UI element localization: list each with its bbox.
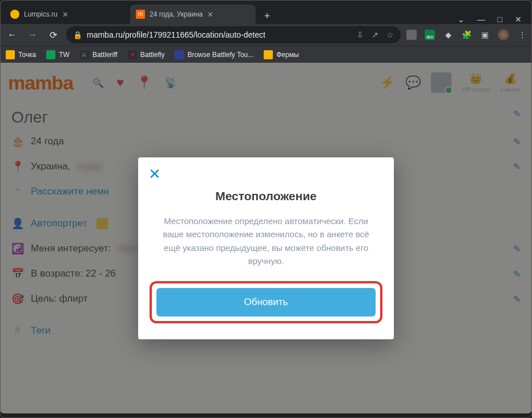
star-icon[interactable]: ☆ xyxy=(386,30,394,39)
profile-avatar-icon[interactable] xyxy=(498,29,509,40)
install-icon[interactable]: ⇩ xyxy=(357,30,364,39)
tab-title: 24 года, Украина xyxy=(150,10,203,18)
window-icon[interactable]: ▣ xyxy=(479,30,490,40)
extension-icon[interactable] xyxy=(406,30,417,40)
browser-tab-bar: Lumpics.ru ✕ m 24 года, Украина ✕ + ⌄ — … xyxy=(0,0,532,24)
bookmark-item[interactable]: TW xyxy=(46,50,70,59)
forward-button[interactable]: → xyxy=(25,30,40,40)
modal-text: Местоположение определено автоматически.… xyxy=(158,214,374,267)
address-bar[interactable]: 🔒 mamba.ru/profile/1799211665/location/a… xyxy=(66,26,401,43)
bookmark-item[interactable]: ✦Battlefly xyxy=(128,50,165,59)
tab-mamba[interactable]: m 24 года, Украина ✕ xyxy=(130,5,256,24)
menu-icon[interactable]: ⋮ xyxy=(517,30,527,40)
close-icon[interactable]: ✕ xyxy=(207,10,215,18)
close-icon[interactable]: ✕ xyxy=(62,10,70,18)
site-icon: ✦ xyxy=(128,50,137,59)
url-bar: ← → ⟳ 🔒 mamba.ru/profile/1799211665/loca… xyxy=(0,24,532,46)
back-button[interactable]: ← xyxy=(5,30,19,40)
extension-icon[interactable]: ◆ xyxy=(443,30,453,40)
folder-icon xyxy=(6,50,15,59)
share-icon[interactable]: ↗ xyxy=(372,30,378,39)
folder-icon xyxy=(264,50,273,59)
window-controls: ⌄ — □ ✕ xyxy=(458,15,527,24)
extension-icon[interactable]: 4m xyxy=(425,30,435,40)
favicon-icon: m xyxy=(136,10,145,19)
bookmark-item[interactable]: Фермы xyxy=(264,50,299,59)
site-icon xyxy=(175,50,184,59)
reload-button[interactable]: ⟳ xyxy=(46,30,61,40)
puzzle-icon[interactable]: 🧩 xyxy=(461,30,471,40)
bookmark-item[interactable]: ⚔Battleriff xyxy=(80,50,118,59)
location-modal: ✕ Местоположение Местоположение определе… xyxy=(138,157,394,339)
modal-title: Местоположение xyxy=(158,189,374,203)
bookmarks-bar: Точка TW ⚔Battleriff ✦Battlefly Browse B… xyxy=(0,46,532,63)
url-text: mamba.ru/profile/1799211665/location/aut… xyxy=(87,30,265,39)
bookmark-item[interactable]: Browse Battlefy Tou... xyxy=(175,50,253,59)
tab-lumpics[interactable]: Lumpics.ru ✕ xyxy=(5,5,130,24)
maximize-icon[interactable]: □ xyxy=(498,15,502,24)
minimize-icon[interactable]: — xyxy=(477,15,485,24)
highlight-annotation: Обновить xyxy=(150,281,382,323)
update-button[interactable]: Обновить xyxy=(156,288,376,316)
chevron-down-icon[interactable]: ⌄ xyxy=(458,15,465,24)
lock-icon: 🔒 xyxy=(73,31,82,39)
tab-title: Lumpics.ru xyxy=(24,10,58,18)
modal-close-button[interactable]: ✕ xyxy=(148,165,161,183)
page-viewport: mamba 🔍 ♥ 📍 📡 ⚡ 💬 👑VIP-статус 💰0 монет О… xyxy=(0,63,532,413)
close-window-icon[interactable]: ✕ xyxy=(515,15,522,24)
new-tab-button[interactable]: + xyxy=(259,8,275,24)
extensions-area: 4m ◆ 🧩 ▣ ⋮ xyxy=(406,29,527,40)
favicon-icon xyxy=(10,10,19,19)
site-icon xyxy=(46,50,55,59)
bookmark-item[interactable]: Точка xyxy=(6,50,36,59)
site-icon: ⚔ xyxy=(80,50,89,59)
